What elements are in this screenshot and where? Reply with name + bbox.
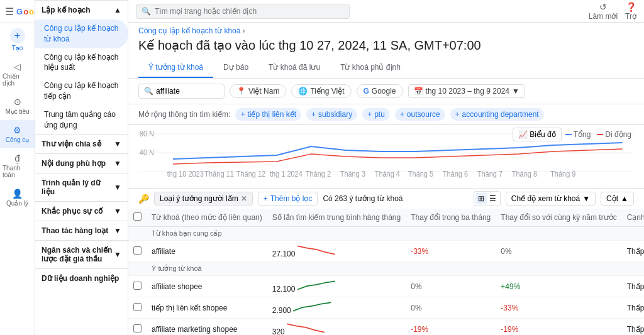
refresh-btn[interactable]: ↺ Làm mới — [589, 2, 618, 21]
table-toolbar-left: 🔑 Loại ý tưởng người lấm ✕ + Thêm bộ lọc… — [138, 192, 403, 206]
chevron-down-view: ▼ — [582, 194, 590, 203]
nav-create[interactable]: + Tạo — [0, 23, 35, 57]
svg-text:Tháng 7: Tháng 7 — [477, 170, 502, 178]
chevron-up-icon: ▲ — [114, 6, 121, 14]
tag-subsidiary[interactable]: +subsidiary — [306, 108, 357, 121]
nav-admin[interactable]: 👤 Quản lý — [0, 184, 35, 212]
cell-competition: Thấp — [622, 276, 644, 297]
col-keyword: Từ khoá (theo mức độ liên quan) — [147, 209, 267, 227]
filter-type-chip[interactable]: Loại ý tưởng người lấm ✕ — [154, 192, 253, 206]
chevron-down-icon-3: ▼ — [114, 183, 121, 192]
idea-checkbox-2[interactable] — [133, 324, 142, 332]
sidebar-section-bulk[interactable]: Thao tác hàng loạt ▼ — [35, 221, 128, 240]
keyword-input[interactable] — [156, 87, 219, 96]
grid-view-icon[interactable]: ⊞ — [475, 193, 487, 204]
table-toolbar-right: ⊞ ☰ Chế độ xem từ khoá ▼ Cột ▲ — [474, 191, 634, 206]
top-actions: ↺ Làm mới ❓ Trợ — [589, 2, 636, 21]
col-competition: Cạnh tranh — [622, 209, 644, 227]
help-btn[interactable]: ❓ Trợ — [625, 2, 636, 21]
sidebar-section-budget[interactable]: Ngân sách và chiến lược đặt giá thầu ▼ — [35, 240, 128, 268]
page-title: Kế hoạch đã tạo vào lúc thg 10 27, 2024,… — [128, 36, 644, 58]
chart-toggle-btn[interactable]: 📈 Biểu đồ — [513, 128, 561, 141]
sidebar-section-troubleshoot[interactable]: Khắc phục sự cố ▼ — [35, 201, 128, 221]
keyword-tags: Mở rộng thông tin tìm kiếm: +tiếp thị li… — [128, 104, 644, 125]
cell-volume: 27.100 — [267, 241, 406, 262]
filter-search-icon: 🔍 — [144, 87, 153, 96]
chevron-up-col: ▲ — [621, 194, 628, 203]
tag-tiep-thi[interactable]: +tiếp thị liên kết — [235, 108, 301, 121]
search-bar[interactable]: 🔍 — [136, 4, 350, 19]
close-icon[interactable]: ✕ — [241, 194, 247, 203]
view-select-btn[interactable]: Chế độ xem từ khoá ▼ — [506, 192, 596, 206]
tab-keyword-ideas[interactable]: Ý tưởng từ khoá — [138, 58, 213, 78]
chevron-down-icon: ▼ — [114, 140, 121, 148]
nav-goals[interactable]: ⊙ Mục tiêu — [0, 92, 35, 120]
sidebar-section-data[interactable]: Trình quản lý dữ liệu ▼ — [35, 173, 128, 201]
svg-text:Tháng 12: Tháng 12 — [236, 170, 265, 178]
columns-btn[interactable]: Cột ▲ — [601, 192, 634, 206]
tab-negative-keywords[interactable]: Từ khoá phủ định — [330, 58, 411, 78]
date-range-filter[interactable]: 📅 thg 10 2023 – thg 9 2024 ▼ — [408, 84, 525, 98]
search-input[interactable] — [155, 7, 344, 16]
nav-billing[interactable]: ₫ Thanh toán — [0, 148, 35, 184]
svg-text:Tháng 2: Tháng 2 — [306, 170, 331, 178]
cell-change-3m: -19% — [406, 319, 496, 336]
network-filter[interactable]: G Google — [357, 84, 403, 98]
language-filter[interactable]: 🌐 Tiếng Việt — [291, 84, 351, 98]
legend-mobile-dot — [597, 134, 603, 135]
table-toolbar: 🔑 Loại ý tưởng người lấm ✕ + Thêm bộ lọc… — [128, 188, 644, 209]
hamburger-icon[interactable]: ☰ — [5, 6, 14, 18]
sidebar-section-content[interactable]: Nội dung phù hợp ▼ — [35, 153, 128, 173]
col-volume: Số lần tìm kiếm trung bình hàng tháng — [267, 209, 406, 227]
cell-change-yoy: +49% — [496, 276, 621, 297]
cell-change-yoy: 0% — [496, 241, 621, 262]
tag-accounting[interactable]: +accounting department — [450, 108, 544, 121]
filter-bar: 🔍 📍 Việt Nam 🌐 Tiếng Việt G Google 📅 thg… — [128, 79, 644, 104]
sidebar-item-performance[interactable]: Công cụ lập kế hoạch hiệu suất — [35, 48, 128, 77]
sidebar-item-keyword-planner[interactable]: Công cụ lập kế hoạch từ khoá — [35, 19, 128, 48]
search-icon: 🔍 — [142, 7, 151, 16]
keyword-icon: 🔑 — [138, 194, 149, 204]
sidebar-section-business-data[interactable]: Dữ liệu doanh nghiệp — [35, 268, 128, 288]
chevron-down-icon-6: ▼ — [114, 250, 121, 259]
chart-legend: Tổng Di động — [565, 130, 631, 139]
select-all-checkbox[interactable] — [133, 212, 142, 221]
svg-text:thg 10 2023: thg 10 2023 — [167, 170, 204, 178]
sidebar: Lập kế hoạch ▲ Công cụ lập kế hoạch từ k… — [35, 0, 128, 335]
col-change-yoy: Thay đổi so với cùng kỳ năm trước — [496, 209, 621, 227]
svg-text:Tháng 5: Tháng 5 — [408, 170, 433, 178]
add-filter-btn[interactable]: + Thêm bộ lọc — [258, 192, 318, 206]
nav-tools[interactable]: ⚙ Công cụ — [0, 120, 35, 148]
chart-controls: 📈 Biểu đồ Tổng Di động — [513, 128, 631, 141]
sidebar-section-shared-library[interactable]: Thư viện chia sẻ ▼ — [35, 134, 128, 153]
nav-campaigns[interactable]: ◁ Chiến dịch — [0, 57, 35, 92]
sidebar-item-reach[interactable]: Công cụ lập kế hoạch tiếp cận — [35, 77, 128, 106]
left-nav: ☰ Google Google Ads + Tạo ◁ Chiến dịch ⊙… — [0, 0, 35, 335]
top-header: 🔍 ↺ Làm mới ❓ Trợ — [128, 0, 644, 23]
cell-volume: 2.900 — [267, 297, 406, 319]
idea-checkbox-0[interactable] — [133, 282, 142, 290]
main-content: 🔍 ↺ Làm mới ❓ Trợ Công cụ lập kế hoạch t… — [128, 0, 644, 335]
svg-text:Tháng 11: Tháng 11 — [204, 170, 233, 178]
tag-ptu[interactable]: +ptu — [362, 108, 390, 121]
tag-outsource[interactable]: +outsource — [395, 108, 445, 121]
sidebar-item-app-center[interactable]: Trung tâm quảng cáo ứng dụng — [35, 106, 128, 135]
sidebar-section-planning-header[interactable]: Lập kế hoạch ▲ — [35, 1, 128, 19]
chevron-down-icon-4: ▼ — [114, 207, 121, 216]
svg-text:thg 1 2024: thg 1 2024 — [270, 170, 303, 178]
tab-saved-keywords[interactable]: Từ khoá đã lưu — [258, 58, 330, 78]
location-filter[interactable]: 📍 Việt Nam — [230, 84, 286, 98]
chart-icon: 📈 — [518, 130, 528, 139]
idea-checkbox-1[interactable] — [133, 303, 142, 311]
cell-change-3m: 0% — [406, 276, 496, 297]
list-view-icon[interactable]: ☰ — [487, 193, 499, 204]
chart-area: 📈 Biểu đồ Tổng Di động 80 N 40 N — [128, 125, 644, 188]
breadcrumb-link[interactable]: Công cụ lập kế hoạch từ khoá — [138, 26, 240, 35]
tabs: Ý tưởng từ khoá Dự báo Từ khoá đã lưu Từ… — [128, 58, 644, 79]
tab-forecast[interactable]: Dự báo — [213, 58, 258, 78]
breadcrumb-separator: › — [242, 26, 245, 35]
keyword-filter[interactable]: 🔍 — [138, 84, 225, 99]
row-checkbox-0[interactable] — [133, 246, 142, 255]
result-count: Có 263 ý tưởng từ khoá — [323, 194, 402, 203]
cell-keyword: affiliate — [147, 241, 267, 262]
